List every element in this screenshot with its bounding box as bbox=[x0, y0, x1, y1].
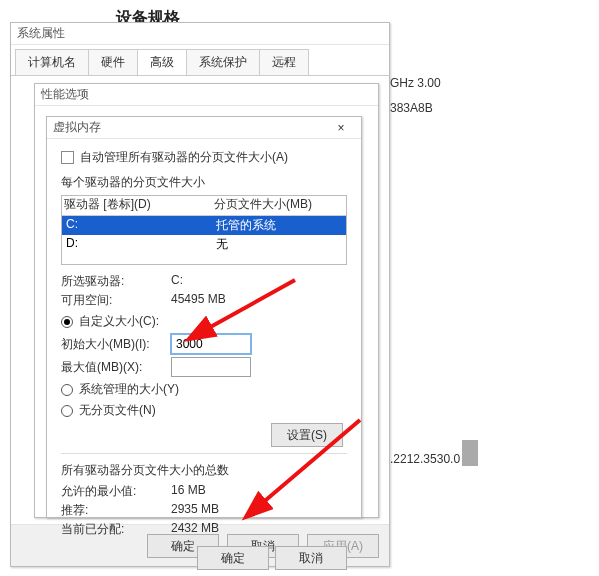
virtual-memory-dialog: 虚拟内存 × 自动管理所有驱动器的分页文件大小(A) 每个驱动器的分页文件大小 … bbox=[46, 116, 362, 518]
drive-row[interactable]: C: 托管的系统 bbox=[62, 216, 346, 235]
auto-manage-label: 自动管理所有驱动器的分页文件大小(A) bbox=[80, 149, 288, 166]
system-managed-radio[interactable] bbox=[61, 384, 73, 396]
vm-cancel-button[interactable]: 取消 bbox=[275, 546, 347, 570]
no-pagefile-radio[interactable] bbox=[61, 405, 73, 417]
col-drive-header: 驱动器 [卷标](D) bbox=[64, 196, 214, 213]
tab-hardware[interactable]: 硬件 bbox=[88, 49, 138, 75]
no-pagefile-label: 无分页文件(N) bbox=[79, 402, 156, 419]
current-allocated-label: 当前已分配: bbox=[61, 521, 171, 538]
drive-size: 托管的系统 bbox=[216, 217, 342, 234]
auto-manage-checkbox[interactable] bbox=[61, 151, 74, 164]
no-pagefile-row[interactable]: 无分页文件(N) bbox=[61, 402, 156, 419]
set-button[interactable]: 设置(S) bbox=[271, 423, 343, 447]
free-space-label: 可用空间: bbox=[61, 292, 171, 309]
selected-drive-label: 所选驱动器: bbox=[61, 273, 171, 290]
custom-size-row[interactable]: 自定义大小(C): bbox=[61, 313, 347, 330]
custom-size-label: 自定义大小(C): bbox=[79, 313, 159, 330]
virtual-memory-title: 虚拟内存 bbox=[53, 119, 327, 136]
drive-size: 无 bbox=[216, 236, 342, 253]
decorative-bar bbox=[462, 440, 478, 466]
tab-system-protection[interactable]: 系统保护 bbox=[186, 49, 260, 75]
vm-ok-button[interactable]: 确定 bbox=[197, 546, 269, 570]
min-allowed-value: 16 MB bbox=[171, 483, 206, 500]
system-properties-tabs: 计算机名 硬件 高级 系统保护 远程 bbox=[11, 45, 389, 76]
performance-options-titlebar[interactable]: 性能选项 bbox=[35, 84, 378, 106]
performance-options-title: 性能选项 bbox=[41, 86, 372, 103]
max-size-input[interactable] bbox=[171, 357, 251, 377]
custom-size-radio[interactable] bbox=[61, 316, 73, 328]
system-managed-row[interactable]: 系统管理的大小(Y) bbox=[61, 381, 347, 398]
system-properties-titlebar[interactable]: 系统属性 bbox=[11, 23, 389, 45]
tab-computer-name[interactable]: 计算机名 bbox=[15, 49, 89, 75]
drive-letter: C: bbox=[66, 217, 216, 234]
cpu-ghz-text: GHz 3.00 bbox=[390, 76, 441, 90]
current-allocated-value: 2432 MB bbox=[171, 521, 219, 538]
system-properties-title: 系统属性 bbox=[17, 25, 383, 42]
initial-size-label: 初始大小(MB)(I): bbox=[61, 336, 171, 353]
drive-row[interactable]: D: 无 bbox=[62, 235, 346, 254]
min-allowed-label: 允许的最小值: bbox=[61, 483, 171, 500]
close-icon[interactable]: × bbox=[327, 119, 355, 137]
virtual-memory-titlebar[interactable]: 虚拟内存 × bbox=[47, 117, 361, 139]
drive-list-header: 驱动器 [卷标](D) 分页文件大小(MB) bbox=[62, 196, 346, 216]
initial-size-input[interactable] bbox=[171, 334, 251, 354]
version-text: .2212.3530.0 bbox=[390, 452, 460, 466]
tab-advanced[interactable]: 高级 bbox=[137, 49, 187, 75]
drive-letter: D: bbox=[66, 236, 216, 253]
selected-drive-value: C: bbox=[171, 273, 183, 290]
free-space-value: 45495 MB bbox=[171, 292, 226, 309]
max-size-label: 最大值(MB)(X): bbox=[61, 359, 171, 376]
tab-remote[interactable]: 远程 bbox=[259, 49, 309, 75]
system-managed-label: 系统管理的大小(Y) bbox=[79, 381, 179, 398]
auto-manage-row[interactable]: 自动管理所有驱动器的分页文件大小(A) bbox=[61, 149, 347, 166]
drive-listbox[interactable]: 驱动器 [卷标](D) 分页文件大小(MB) C: 托管的系统 D: 无 bbox=[61, 195, 347, 265]
device-code-text: 383A8B bbox=[390, 101, 433, 115]
each-drive-label: 每个驱动器的分页文件大小 bbox=[61, 174, 347, 191]
totals-heading: 所有驱动器分页文件大小的总数 bbox=[61, 462, 347, 479]
recommended-value: 2935 MB bbox=[171, 502, 219, 519]
col-size-header: 分页文件大小(MB) bbox=[214, 196, 344, 213]
recommended-label: 推荐: bbox=[61, 502, 171, 519]
